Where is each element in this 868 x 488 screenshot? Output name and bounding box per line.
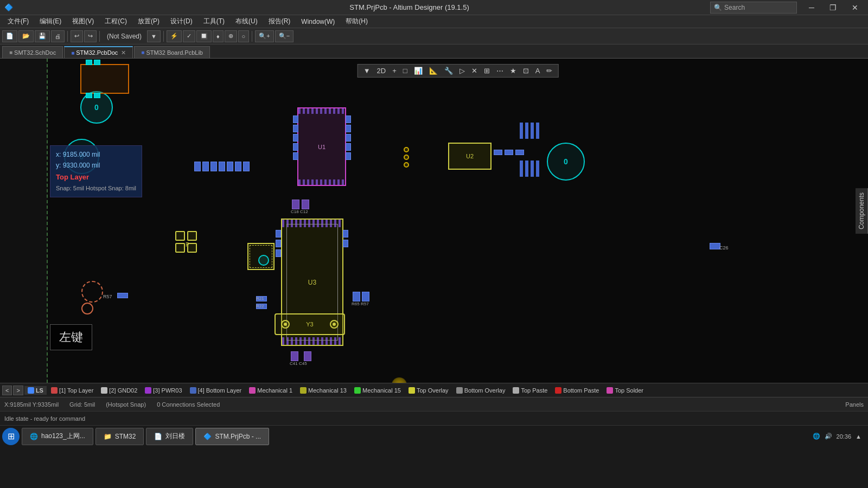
browser-icon: 🌐 xyxy=(30,433,38,440)
tab-schDoc[interactable]: ■ SMT32.SchDoc xyxy=(2,46,63,58)
zoom-out-btn[interactable]: 🔍− xyxy=(275,30,293,42)
via-btn[interactable]: ⊕ xyxy=(225,30,237,42)
layer-top-solder[interactable]: Top Solder xyxy=(603,386,647,395)
open-button[interactable]: 📂 xyxy=(18,30,34,42)
diff-btn[interactable]: ⊞ xyxy=(482,66,492,76)
task-altium[interactable]: 🔷 STM.PrjPcb - ... xyxy=(195,428,269,445)
layer-gnd[interactable]: [2] GND02 xyxy=(98,386,141,395)
layer-top[interactable]: [1] Top Layer xyxy=(48,386,97,395)
copper-btn[interactable]: ♦ xyxy=(213,30,224,42)
layer-pwr[interactable]: [3] PWR03 xyxy=(142,386,185,395)
undo-button[interactable]: ↩ xyxy=(71,30,83,42)
start-button[interactable]: ⊞ xyxy=(2,428,20,445)
zoom-in-btn[interactable]: 🔍+ xyxy=(255,30,273,42)
layer-gnd-label: [2] GND02 xyxy=(109,387,137,394)
menu-edit[interactable]: 编辑(E) xyxy=(34,16,67,27)
folder-icon: 📁 xyxy=(104,433,112,440)
vert-stripes-1 xyxy=(520,123,539,139)
pad-btn[interactable]: ○ xyxy=(238,30,250,42)
volume-icon: 🔊 xyxy=(825,433,832,440)
layer-bar: < > LS [1] Top Layer [2] GND02 [3] PWR03… xyxy=(0,383,868,397)
c26-label: C26 xyxy=(719,245,729,251)
layer-mech1[interactable]: Mechanical 1 xyxy=(246,386,296,395)
layer-next-btn[interactable]: > xyxy=(13,386,23,395)
layer-mech13[interactable]: Mechanical 13 xyxy=(297,386,350,395)
tab-pcbLib[interactable]: ■ STM32 Board.PcbLib xyxy=(134,46,210,58)
layer-mech15[interactable]: Mechanical 15 xyxy=(351,386,404,395)
layer-ls[interactable]: LS xyxy=(24,386,47,395)
tab-pcbDoc[interactable]: ■ STM32.PcbDoc ✕ xyxy=(64,46,133,58)
measure-btn[interactable]: 📐 xyxy=(427,66,440,76)
menu-routing[interactable]: 布线(U) xyxy=(230,16,263,27)
layer-top-paste-label: Top Paste xyxy=(521,387,547,394)
menu-window[interactable]: Window(W) xyxy=(296,17,340,27)
menu-file[interactable]: 文件(F) xyxy=(2,16,34,27)
chart-btn[interactable]: 📊 xyxy=(412,66,425,76)
layer-pwr-label: [3] PWR03 xyxy=(153,387,182,394)
menu-help[interactable]: 帮助(H) xyxy=(340,16,373,27)
hotspot-display: (Hotspot Snap) xyxy=(106,401,146,408)
search-box[interactable]: 🔍 Search xyxy=(710,2,797,14)
taskbar: ⊞ 🌐 hao123_上网... 📁 STM32 📄 刘日楼 🔷 STM.Prj… xyxy=(0,425,868,447)
pads-right-u3 xyxy=(353,292,369,301)
drc-btn[interactable]: ✓ xyxy=(183,30,195,42)
new-button[interactable]: 📄 xyxy=(2,30,17,42)
menu-reports[interactable]: 报告(R) xyxy=(263,16,296,27)
net-btn[interactable]: ⋯ xyxy=(494,66,506,76)
save-button[interactable]: 💾 xyxy=(35,30,50,42)
layer-ls-dot xyxy=(28,387,34,394)
layer-top-paste-dot xyxy=(513,387,519,394)
close-button[interactable]: ✕ xyxy=(844,1,866,14)
layer-bottom-paste[interactable]: Bottom Paste xyxy=(552,386,602,395)
clearance-btn[interactable]: ▷ xyxy=(457,66,467,76)
window-controls[interactable]: ─ ❐ ✕ xyxy=(801,1,866,14)
panels-button[interactable]: Panels xyxy=(845,401,864,408)
menu-view[interactable]: 视图(V) xyxy=(67,16,99,27)
right-sidebar-label[interactable]: Components xyxy=(856,188,868,234)
menu-place[interactable]: 放置(P) xyxy=(132,16,165,27)
text-btn[interactable]: A xyxy=(533,66,542,76)
task-stm32[interactable]: 📁 STM32 xyxy=(95,428,144,445)
star-btn[interactable]: ★ xyxy=(508,66,519,76)
layer-btn[interactable]: 🔲 xyxy=(196,30,212,42)
add-btn[interactable]: + xyxy=(390,66,399,76)
toolbar-separator-4 xyxy=(252,31,252,42)
pcb-canvas[interactable]: ▼ 2D + □ 📊 📐 🔧 ▷ ✕ ⊞ ⋯ ★ ⊡ A ✏ x: 9185.0… xyxy=(48,59,868,383)
task-browser[interactable]: 🌐 hao123_上网... xyxy=(22,428,93,445)
menu-design[interactable]: 设计(D) xyxy=(165,16,198,27)
cursor-dot xyxy=(392,377,407,383)
component-y3: Y3 xyxy=(275,313,345,335)
cross-btn[interactable]: ✕ xyxy=(469,66,480,76)
layer-prev-btn[interactable]: < xyxy=(2,386,12,395)
snap-btn[interactable]: ⊡ xyxy=(521,66,531,76)
layer-gnd-dot xyxy=(101,387,107,394)
task-pdf-label: 刘日楼 xyxy=(165,432,185,441)
pen-btn[interactable]: ✏ xyxy=(544,66,554,76)
layer-bottom[interactable]: [4] Bottom Layer xyxy=(187,386,245,395)
comp-top-left xyxy=(80,64,129,94)
bottom-status: Idle state - ready for command xyxy=(0,411,868,425)
u1-left-pins xyxy=(293,115,298,160)
layer-top-paste[interactable]: Top Paste xyxy=(509,386,551,395)
print-button[interactable]: 🖨 xyxy=(51,30,65,42)
menu-project[interactable]: 工程(C) xyxy=(99,16,132,27)
drc2-btn[interactable]: 🔧 xyxy=(442,66,455,76)
maximize-button[interactable]: ❐ xyxy=(822,1,844,14)
task-pdf[interactable]: 📄 刘日楼 xyxy=(146,428,193,445)
redo-button[interactable]: ↪ xyxy=(84,30,97,42)
c-labels-below: C41 C45 xyxy=(290,361,307,366)
filter-btn[interactable]: ▼ xyxy=(361,66,373,76)
select-btn[interactable]: □ xyxy=(401,66,410,76)
layer-top-overlay[interactable]: Top Overlay xyxy=(405,386,452,395)
pads-below-u3 xyxy=(291,351,311,361)
menu-tools[interactable]: 工具(T) xyxy=(198,16,230,27)
layer-bottom-overlay[interactable]: Bottom Overlay xyxy=(453,386,509,395)
dropdown-button[interactable]: ▼ xyxy=(147,30,161,42)
clock-display: 20:36 xyxy=(837,433,852,440)
tab-close-icon[interactable]: ✕ xyxy=(121,49,126,56)
layer-mech13-label: Mechanical 13 xyxy=(308,387,347,394)
2d-btn[interactable]: 2D xyxy=(375,66,388,76)
route-btn[interactable]: ⚡ xyxy=(167,30,182,42)
minimize-button[interactable]: ─ xyxy=(801,1,822,14)
layer-ls-label: LS xyxy=(36,387,43,394)
